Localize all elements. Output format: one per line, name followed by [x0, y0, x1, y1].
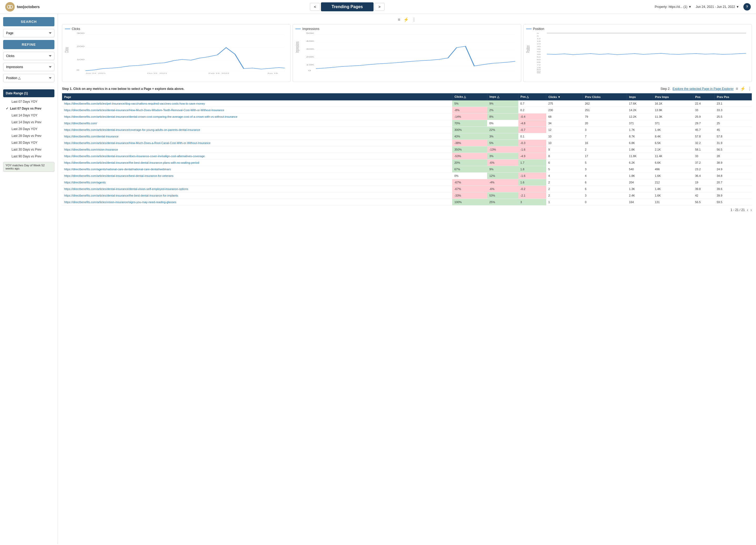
cell-clicks-delta[interactable]: -67% — [452, 179, 487, 186]
cell-pos[interactable]: 39.8 — [693, 186, 714, 192]
cell-imps[interactable]: 1.8K — [627, 173, 653, 179]
cell-prev-clicks[interactable]: 3 — [583, 166, 627, 173]
cell-clicks-delta[interactable]: 67% — [452, 166, 487, 173]
cell-prev-pos[interactable]: 38.9 — [715, 160, 752, 166]
cell-prev-imps[interactable]: 11.4K — [653, 153, 693, 160]
date-option-1[interactable]: ✓ Last 07 Days vs Prev — [3, 105, 54, 112]
cell-url[interactable]: https://directbenefits.com/articles/dent… — [62, 160, 452, 166]
cell-clicks-delta[interactable]: 20% — [452, 160, 487, 166]
cell-prev-pos[interactable]: 31.9 — [715, 140, 752, 146]
cell-pos-delta[interactable]: -1.6 — [518, 146, 546, 153]
help-button[interactable]: ? — [743, 3, 751, 11]
pagination-prev-button[interactable]: ‹ — [747, 208, 748, 212]
cell-imps-delta[interactable]: -13% — [487, 146, 518, 153]
cell-pos[interactable]: 33 — [693, 153, 714, 160]
cell-pos-delta[interactable]: -0.4 — [518, 114, 546, 120]
cell-url[interactable]: https://directbenefits.com/articles/dent… — [62, 186, 452, 192]
cell-clicks-delta[interactable]: 70% — [452, 120, 487, 127]
cell-prev-imps[interactable]: 11.3K — [653, 114, 693, 120]
cell-pos-delta[interactable]: 1.8 — [518, 166, 546, 173]
cell-imps[interactable]: 12.2K — [627, 114, 653, 120]
cell-imps[interactable]: 2.4K — [627, 192, 653, 199]
cell-prev-imps[interactable]: 6.6K — [653, 160, 693, 166]
table-row[interactable]: https://directbenefits.com/agents/nation… — [62, 166, 752, 173]
cell-clicks-delta[interactable]: 100% — [452, 199, 487, 206]
position-select[interactable]: Position △ — [3, 74, 54, 82]
cell-pos[interactable]: 22.4 — [693, 100, 714, 107]
cell-url[interactable]: https://directbenefits.com/vision-insura… — [62, 146, 452, 153]
cell-clicks-delta[interactable]: 5% — [452, 100, 487, 107]
cell-prev-imps[interactable]: 1.6K — [653, 173, 693, 179]
cell-clicks[interactable]: 68 — [546, 114, 583, 120]
cell-prev-clicks[interactable]: 5 — [583, 160, 627, 166]
cell-prev-pos[interactable]: 39.9 — [715, 192, 752, 199]
impressions-select[interactable]: Impressions — [3, 63, 54, 71]
step2-link[interactable]: Explore the selected Page in Page Explor… — [673, 87, 734, 91]
cell-prev-clicks[interactable]: 2 — [583, 146, 627, 153]
cell-url[interactable]: https://directbenefits.com/articles/dent… — [62, 107, 452, 114]
cell-imps-delta[interactable]: -6% — [487, 160, 518, 166]
date-option-0[interactable]: Last 07 Days YOY — [3, 98, 54, 105]
cell-pos[interactable]: 37.2 — [693, 160, 714, 166]
date-option-3[interactable]: Last 14 Days vs Prev — [3, 119, 54, 126]
cell-prev-imps[interactable]: 6.5K — [653, 140, 693, 146]
cell-prev-clicks[interactable]: 17 — [583, 153, 627, 160]
cell-clicks[interactable]: 34 — [546, 120, 583, 127]
cell-url[interactable]: https://directbenefits.com/articles/dent… — [62, 127, 452, 133]
date-option-8[interactable]: Last 90 Days vs Prev — [3, 153, 54, 160]
cell-prev-pos[interactable]: 24.9 — [715, 166, 752, 173]
table-row[interactable]: https://directbenefits.com/vision-insura… — [62, 146, 752, 153]
cell-prev-clicks[interactable]: 20 — [583, 120, 627, 127]
cell-pos[interactable]: 45.7 — [693, 127, 714, 133]
cell-pos-delta[interactable]: 0.7 — [518, 100, 546, 107]
cell-prev-imps[interactable]: 496 — [653, 166, 693, 173]
cell-imps-delta[interactable]: 0% — [487, 120, 518, 127]
page-link[interactable]: https://directbenefits.com/articles/dent… — [64, 174, 173, 177]
cell-pos-delta[interactable]: 1.6 — [518, 179, 546, 186]
cell-clicks[interactable]: 6 — [546, 160, 583, 166]
cell-pos[interactable]: 19 — [693, 179, 714, 186]
cell-imps[interactable]: 14.2K — [627, 107, 653, 114]
cell-clicks[interactable]: 12 — [546, 127, 583, 133]
cell-url[interactable]: https://directbenefits.com/articles/visi… — [62, 199, 452, 206]
cell-prev-pos[interactable]: 45 — [715, 127, 752, 133]
cell-prev-pos[interactable]: 25 — [715, 120, 752, 127]
cell-clicks-delta[interactable]: -14% — [452, 114, 487, 120]
cell-pos[interactable]: 57.8 — [693, 133, 714, 140]
page-link[interactable]: https://directbenefits.com/articles/dent… — [64, 194, 178, 197]
page-link[interactable]: https://directbenefits.com/articles/dent… — [64, 155, 205, 158]
cell-pos[interactable]: 58.1 — [693, 146, 714, 153]
page-link[interactable]: https://directbenefits.com/articles/pet-… — [64, 102, 205, 105]
cell-url[interactable]: https://directbenefits.com/articles/dent… — [62, 173, 452, 179]
cell-imps[interactable]: 6.2K — [627, 160, 653, 166]
col-pos[interactable]: Pos — [693, 93, 714, 100]
cell-imps-delta[interactable]: -4% — [487, 179, 518, 186]
table-row[interactable]: https://directbenefits.com/articles/dent… — [62, 114, 752, 120]
cell-url[interactable]: https://directbenefits.com/dental-insura… — [62, 133, 452, 140]
cell-clicks[interactable]: 8 — [546, 153, 583, 160]
table-row[interactable]: https://directbenefits.com/articles/dent… — [62, 173, 752, 179]
cell-imps-delta[interactable]: 25% — [487, 199, 518, 206]
date-range-header[interactable]: Date Range (1) — [3, 89, 54, 97]
cell-url[interactable]: https://directbenefits.com/articles/pet-… — [62, 100, 452, 107]
cell-imps-delta[interactable]: 5% — [487, 140, 518, 146]
cell-imps-delta[interactable]: 8% — [487, 114, 518, 120]
cell-prev-imps[interactable]: 212 — [653, 179, 693, 186]
cell-clicks-delta[interactable]: 0% — [452, 173, 487, 179]
page-link[interactable]: https://directbenefits.com/agents — [64, 181, 106, 184]
table-row[interactable]: https://directbenefits.com/articles/dent… — [62, 153, 752, 160]
date-option-4[interactable]: Last 28 Days YOY — [3, 126, 54, 133]
cell-imps[interactable]: 371 — [627, 120, 653, 127]
table-row[interactable]: https://directbenefits.com/articles/dent… — [62, 186, 752, 192]
cell-imps[interactable]: 540 — [627, 166, 653, 173]
table-row[interactable]: https://directbenefits.com/articles/pet-… — [62, 100, 752, 107]
cell-prev-pos[interactable]: 57.8 — [715, 133, 752, 140]
cell-url[interactable]: https://directbenefits.com/articles/dent… — [62, 153, 452, 160]
cell-prev-clicks[interactable]: 251 — [583, 107, 627, 114]
cell-clicks-delta[interactable]: 300% — [452, 127, 487, 133]
cell-url[interactable]: https://directbenefits.com/articles/dent… — [62, 114, 452, 120]
cell-pos[interactable]: 42 — [693, 192, 714, 199]
property-selector[interactable]: Property: https://d... (1) ▼ — [655, 5, 692, 9]
cell-imps[interactable]: 1.7K — [627, 127, 653, 133]
cell-imps[interactable]: 1.8K — [627, 146, 653, 153]
